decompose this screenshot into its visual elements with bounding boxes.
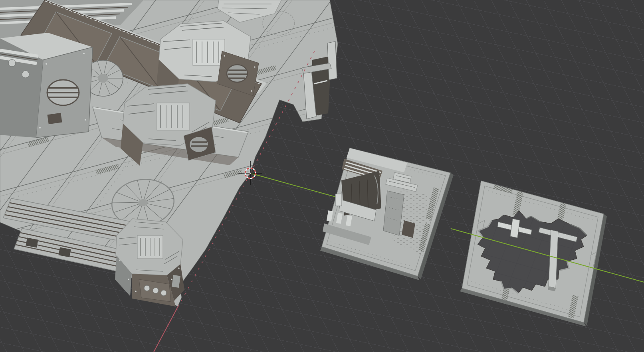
viewport-3d[interactable] — [0, 0, 644, 352]
hex-tower-3 — [115, 219, 184, 307]
terrain-platform-large[interactable] — [0, 0, 343, 352]
floor-tile-breached[interactable] — [460, 181, 607, 326]
axis-y-line — [250, 173, 338, 198]
viewport-canvas[interactable] — [0, 0, 644, 352]
machine-block — [0, 33, 93, 138]
axis-x-line — [154, 305, 179, 352]
floor-tile-structure[interactable] — [320, 148, 454, 280]
